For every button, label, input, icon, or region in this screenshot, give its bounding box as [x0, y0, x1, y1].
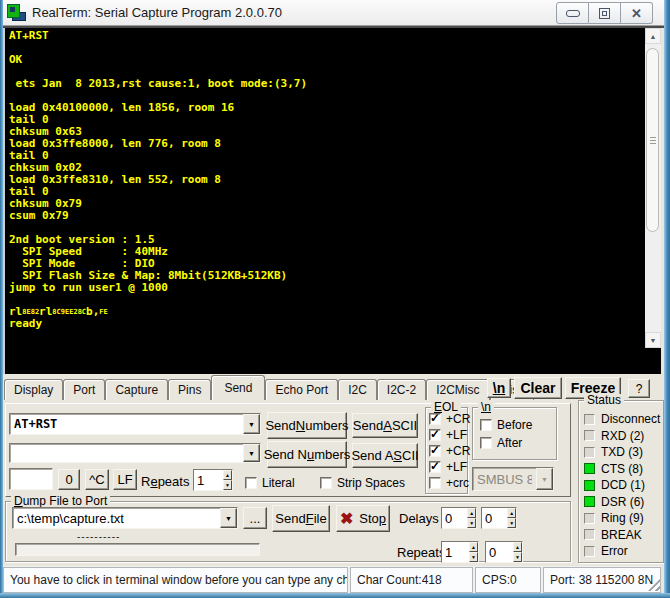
status-led-row-rxd-2-[interactable]: RXD (2) [584, 429, 644, 443]
status-led-row-error[interactable]: Error [584, 544, 628, 558]
send-file-button[interactable]: Send File [272, 505, 330, 532]
send-numbers-1-button[interactable]: Send Numbers [267, 412, 347, 439]
status-led-row-dsr-6-[interactable]: DSR (6) [584, 495, 644, 509]
maximize-button[interactable] [589, 2, 621, 24]
send-ascii-1-button[interactable]: Send ASCII [352, 413, 418, 438]
terminal-line: jump to run user1 @ 1000 [9, 282, 661, 294]
strip-spaces-checkbox[interactable] [320, 477, 332, 489]
tab-echo-port[interactable]: Echo Port [265, 379, 338, 400]
status-led-row-dcd-1-[interactable]: DCD (1) [584, 478, 645, 492]
spin-up-icon[interactable]: ▲ [507, 508, 516, 518]
newline-after-row[interactable]: After [480, 436, 522, 450]
dump-repeat2-spinner[interactable]: ▲▼ [485, 541, 523, 563]
dump-repeat1-spinner[interactable]: ▲▼ [441, 541, 479, 563]
send-repeats-value[interactable] [194, 470, 223, 490]
title-bar[interactable]: RealTerm: Serial Capture Program 2.0.0.7… [0, 0, 670, 26]
strip-spaces-checkbox-row[interactable]: Strip Spaces [320, 476, 405, 490]
literal-checkbox[interactable] [245, 477, 257, 489]
smbus-combobox[interactable]: ▼ [472, 467, 554, 491]
spin-up-icon[interactable]: ▲ [223, 470, 232, 480]
dump-file-path-input[interactable] [13, 508, 220, 528]
status-led-row-txd-3-[interactable]: TXD (3) [584, 445, 643, 459]
eol-cr-2-checkbox[interactable] [429, 445, 441, 457]
status-led-row-ring-9-[interactable]: Ring (9) [584, 511, 644, 525]
spin-down-icon[interactable]: ▼ [223, 480, 232, 490]
tab-i2c-2[interactable]: I2C-2 [377, 379, 426, 400]
spin-up-icon[interactable]: ▲ [467, 508, 476, 518]
eol-cr-2-row[interactable]: +CR [429, 444, 470, 458]
spin-up-icon[interactable]: ▲ [513, 542, 522, 552]
send-numbers-2-button[interactable]: Send Numbers [267, 441, 347, 468]
eol-cr-0-row[interactable]: +CR [429, 412, 470, 426]
spin-down-icon[interactable]: ▼ [507, 518, 516, 528]
eol-lf-3-checkbox[interactable] [429, 461, 441, 473]
eol-lf-1-label: +LF [446, 428, 467, 442]
browse-file-button[interactable]: ... [243, 507, 267, 529]
newline-after-checkbox[interactable] [480, 437, 492, 449]
spin-down-icon[interactable]: ▼ [469, 552, 478, 562]
dump-repeat1-value[interactable] [442, 542, 469, 562]
delay1-spinner[interactable]: ▲▼ [441, 507, 477, 529]
spin-down-icon[interactable]: ▼ [513, 552, 522, 562]
eol-crc-4-checkbox[interactable] [429, 477, 441, 489]
delay2-spinner[interactable]: ▲▼ [481, 507, 517, 529]
status-led-row-cts-8-[interactable]: CTS (8) [584, 462, 643, 476]
dump-file-dropdown-button[interactable]: ▼ [220, 508, 237, 528]
send-zero-button[interactable]: 0 [58, 469, 80, 490]
eol-lf-3-row[interactable]: +LF [429, 460, 467, 474]
tab-pins[interactable]: Pins [168, 379, 211, 400]
status-led-row-disconnect[interactable]: Disconnect [584, 412, 660, 426]
eol-lf-1-checkbox[interactable] [429, 429, 441, 441]
send-line1-input[interactable] [10, 414, 243, 434]
maximize-icon [599, 8, 610, 19]
send-char-input[interactable] [9, 468, 53, 490]
send-line2-dropdown-button[interactable]: ▼ [243, 444, 260, 462]
eol-cr-0-checkbox[interactable] [429, 413, 441, 425]
literal-checkbox-row[interactable]: Literal [245, 476, 295, 490]
eol-crc-4-row[interactable]: +crc [429, 476, 469, 490]
tab-i2c[interactable]: I2C [338, 379, 377, 400]
scroll-down-button[interactable]: ▼ [645, 332, 661, 348]
led-label: CTS (8) [601, 462, 643, 476]
send-line1-combobox[interactable]: ▼ [9, 413, 261, 435]
window-border-right [664, 0, 670, 598]
dump-file-combobox[interactable]: ▼ [12, 507, 238, 529]
stop-button[interactable]: ✖ Stop [336, 505, 390, 532]
scroll-up-button[interactable]: ▲ [645, 28, 661, 44]
tab-send[interactable]: Send [211, 375, 265, 400]
spin-down-icon[interactable]: ▼ [467, 518, 476, 528]
dump-repeat2-value[interactable] [486, 542, 513, 562]
app-icon [7, 4, 25, 20]
status-led-row-break[interactable]: BREAK [584, 528, 642, 542]
delay2-value[interactable] [482, 508, 507, 528]
tab-capture[interactable]: Capture [105, 379, 168, 400]
send-line1-dropdown-button[interactable]: ▼ [243, 414, 260, 434]
send-ctrl-c-button[interactable]: ^C [85, 469, 109, 490]
led-label: Ring (9) [601, 511, 644, 525]
minimize-button[interactable] [556, 2, 589, 24]
newline-before-row[interactable]: Before [480, 418, 532, 432]
send-repeats-spinner[interactable]: ▲▼ [193, 469, 233, 491]
tab-display[interactable]: Display [4, 379, 63, 400]
smbus-value[interactable] [473, 468, 536, 490]
send-lf-button[interactable]: LF [113, 469, 137, 490]
help-button[interactable]: ? [628, 379, 650, 398]
newline-button[interactable]: \n [487, 378, 511, 398]
scrollbar-thumb[interactable] [646, 48, 659, 232]
send-line2-input[interactable] [10, 444, 243, 462]
dropdown-arrow-icon: ▼ [248, 421, 255, 428]
smbus-dropdown-button[interactable]: ▼ [536, 468, 553, 490]
minimize-icon [566, 10, 580, 17]
newline-before-checkbox[interactable] [480, 419, 492, 431]
send-ascii-2-button[interactable]: Send ASCII [352, 443, 418, 468]
eol-lf-1-row[interactable]: +LF [429, 428, 467, 442]
spin-up-icon[interactable]: ▲ [469, 542, 478, 552]
terminal-scrollbar[interactable]: ▲ ▼ [645, 28, 661, 348]
tab-port[interactable]: Port [63, 379, 105, 400]
close-button[interactable]: ✕ [621, 2, 653, 24]
delay1-value[interactable] [442, 508, 467, 528]
tab-i2cmisc[interactable]: I2CMisc [426, 379, 489, 400]
clear-button[interactable]: Clear [514, 377, 562, 399]
terminal-display[interactable]: AT+RST OK ets Jan 8 2013,rst cause:1, bo… [3, 28, 661, 374]
send-line2-combobox[interactable]: ▼ [9, 443, 261, 463]
